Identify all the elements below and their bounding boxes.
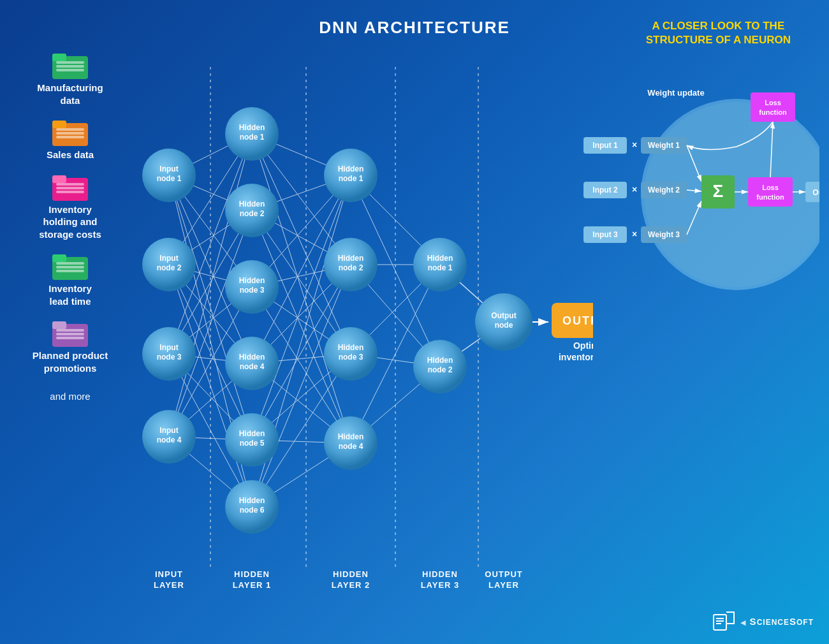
svg-text:Weight 3: Weight 3 [648, 230, 680, 239]
svg-text:node 6: node 6 [240, 506, 265, 515]
svg-rect-179 [748, 177, 793, 207]
svg-text:node 2: node 2 [157, 263, 182, 272]
svg-text:Hidden: Hidden [427, 254, 453, 263]
svg-rect-4 [56, 69, 84, 71]
svg-rect-21 [52, 321, 66, 329]
neuron-diagram: Input 1 Input 2 Input 3 × × × Weight 1 W… [577, 54, 819, 309]
svg-text:Weight 2: Weight 2 [648, 186, 680, 194]
svg-rect-3 [56, 65, 84, 68]
svg-text:Input: Input [159, 254, 178, 263]
svg-text:Optimal: Optimal [573, 340, 593, 351]
output-node: Output node [475, 293, 532, 351]
h2-node-1: Hidden node 1 [324, 149, 378, 202]
output-result-box: OUTPUT [552, 303, 593, 338]
folder-inventory-holding-icon [52, 173, 88, 201]
logo-text: ◀ SCIENCESOFT [740, 616, 814, 627]
svg-text:Loss: Loss [762, 184, 779, 191]
h2-node-2: Hidden node 2 [324, 238, 378, 291]
folder-inventory-lead-icon [52, 252, 88, 280]
svg-rect-9 [56, 136, 84, 138]
sidebar-label-sales: Sales data [47, 149, 94, 161]
svg-rect-11 [52, 175, 66, 183]
sciencesoft-logo: ◀ SCIENCESOFT [712, 610, 814, 633]
svg-text:Hidden: Hidden [338, 343, 364, 352]
svg-text:Σ: Σ [713, 181, 724, 201]
svg-text:LAYER: LAYER [488, 580, 519, 590]
svg-rect-16 [52, 254, 66, 262]
svg-text:node 2: node 2 [240, 209, 265, 218]
input-node-4: Input node 4 [142, 410, 196, 464]
svg-text:node 1: node 1 [240, 133, 265, 142]
sidebar-label-promotions: Planned productpromotions [33, 349, 108, 374]
svg-text:×: × [632, 184, 637, 194]
svg-text:×: × [632, 140, 637, 150]
svg-text:Hidden: Hidden [338, 165, 364, 173]
svg-text:node 4: node 4 [339, 442, 363, 451]
h1-node-1: Hidden node 1 [225, 107, 279, 161]
h3-node-1: Hidden node 1 [413, 238, 467, 291]
folder-manufacturing-icon [52, 51, 88, 79]
h1-node-6: Hidden node 6 [225, 480, 279, 534]
layer-labels: INPUT LAYER HIDDEN LAYER 1 HIDDEN LAYER … [154, 569, 523, 590]
sidebar-item-promotions: Planned productpromotions [13, 319, 128, 374]
svg-text:HIDDEN: HIDDEN [422, 569, 458, 579]
sidebar: Manufacturingdata Sales data Inventoryho… [13, 51, 128, 402]
svg-text:function: function [759, 108, 787, 116]
svg-text:HIDDEN: HIDDEN [234, 569, 270, 579]
svg-rect-7 [56, 128, 84, 131]
svg-text:LAYER 3: LAYER 3 [421, 580, 460, 590]
folder-promotions-icon [52, 319, 88, 347]
main-title: DNN ARCHITECTURE [319, 18, 510, 38]
sidebar-label-inventory-holding: Inventoryholding andstorage costs [39, 203, 101, 241]
input-node-3: Input node 3 [142, 327, 196, 381]
input-node-2: Input node 2 [142, 238, 196, 291]
svg-rect-22 [56, 329, 84, 332]
svg-text:function: function [756, 193, 784, 201]
sidebar-item-sales: Sales data [13, 118, 128, 161]
svg-text:Hidden: Hidden [239, 123, 265, 132]
svg-text:node 3: node 3 [240, 286, 265, 295]
sidebar-item-inventory-holding: Inventoryholding andstorage costs [13, 173, 128, 241]
svg-text:node 4: node 4 [240, 362, 265, 371]
dnn-diagram: Input node 1 Input node 2 Input node 3 I… [128, 48, 593, 609]
neuron-section-title: A CLOSER LOOK TO THESTRUCTURE OF A NEURO… [646, 19, 791, 47]
svg-rect-24 [56, 337, 84, 339]
svg-text:Weight 1: Weight 1 [648, 141, 680, 150]
svg-text:HIDDEN: HIDDEN [333, 569, 369, 579]
svg-rect-6 [52, 121, 66, 128]
svg-text:node 1: node 1 [157, 174, 182, 183]
svg-rect-12 [56, 183, 84, 186]
svg-text:Input: Input [159, 426, 178, 435]
sidebar-label-inventory-lead: Inventorylead time [48, 282, 92, 307]
sidebar-and-more: and more [13, 391, 128, 402]
svg-rect-185 [751, 92, 795, 122]
svg-text:Input: Input [159, 165, 178, 173]
svg-text:Hidden: Hidden [239, 429, 265, 438]
svg-text:Input 3: Input 3 [592, 230, 618, 239]
svg-text:INPUT: INPUT [155, 569, 183, 579]
svg-text:Loss: Loss [765, 99, 781, 106]
sidebar-item-manufacturing: Manufacturingdata [13, 51, 128, 106]
svg-text:LAYER 2: LAYER 2 [332, 580, 370, 590]
h1-node-4: Hidden node 4 [225, 337, 279, 390]
svg-text:OUTPUT: OUTPUT [485, 569, 522, 579]
svg-rect-13 [56, 187, 84, 189]
svg-text:node 1: node 1 [339, 174, 363, 183]
svg-text:Hidden: Hidden [239, 496, 265, 505]
svg-text:Hidden: Hidden [239, 276, 265, 285]
svg-rect-1 [52, 54, 66, 61]
svg-text:inventory level: inventory level [559, 352, 593, 362]
folder-sales-icon [52, 118, 88, 146]
svg-text:LAYER 1: LAYER 1 [233, 580, 272, 590]
svg-text:node 2: node 2 [428, 365, 453, 374]
svg-rect-14 [56, 191, 84, 193]
svg-text:Hidden: Hidden [239, 353, 265, 362]
svg-rect-190 [714, 615, 726, 630]
logo-icon [712, 610, 735, 633]
svg-text:node 2: node 2 [339, 263, 363, 272]
svg-rect-17 [56, 262, 84, 265]
optimal-label: Optimal inventory level [559, 340, 593, 362]
sidebar-item-inventory-lead: Inventorylead time [13, 252, 128, 307]
input-node-1: Input node 1 [142, 149, 196, 202]
svg-text:Hidden: Hidden [239, 200, 265, 209]
